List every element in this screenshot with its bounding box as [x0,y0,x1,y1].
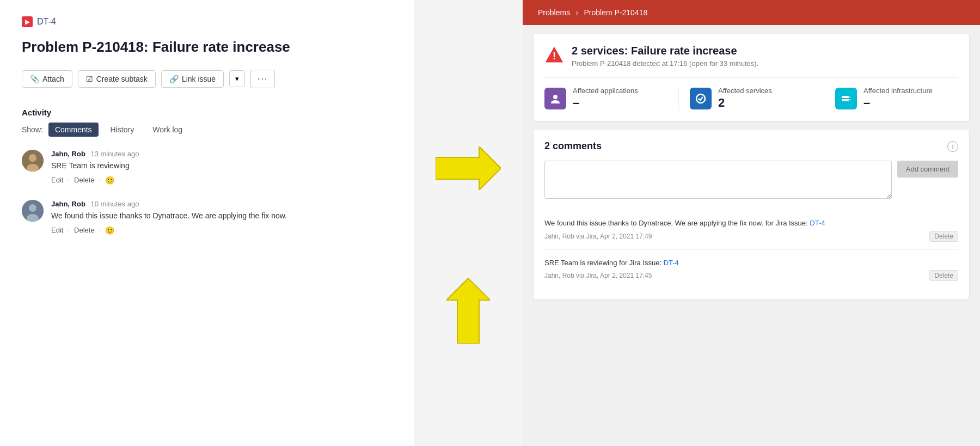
affected-apps-value: – [573,96,638,110]
svg-point-15 [849,99,850,101]
problem-subtitle: Problem P-210418 detected at 17:16 (open… [572,59,758,68]
affected-apps-icon [544,88,566,109]
up-arrow [446,278,490,346]
affected-infra-label: Affected infrastructure [863,87,933,95]
arrows-container [414,0,523,446]
chevron-button[interactable]: ▾ [229,70,245,87]
delete-link-2[interactable]: Delete [74,226,95,234]
right-arrow [436,146,501,192]
emoji-icon-2[interactable]: 🙂 [105,226,114,235]
comment-author-2: Jahn, Rob [51,200,85,208]
svg-text:!: ! [553,51,556,62]
affected-infra-icon [835,88,857,109]
problem-title-right: 2 services: Failure rate increase [572,45,758,57]
attach-icon: 📎 [30,75,39,83]
comment-time-2: 10 minutes ago [90,200,139,208]
avatar-2 [22,200,44,222]
affected-services-label: Affected services [718,87,772,95]
link-icon: 🔗 [169,75,179,83]
svg-point-10 [553,95,558,99]
emoji-icon-1[interactable]: 🙂 [105,176,114,185]
breadcrumb-separator: › [575,8,578,17]
affected-services-value: 2 [718,96,772,110]
dc-delete-2[interactable]: Delete [929,270,958,281]
right-panel: Problems › Problem P-210418 ! 2 services… [523,0,980,446]
breadcrumb-current: Problem P-210418 [579,8,652,17]
issue-icon: ▶ [22,16,33,27]
comment-body-2: Jahn, Rob 10 minutes ago We found this i… [51,200,392,235]
warning-icon: ! [544,46,564,65]
link-issue-button[interactable]: 🔗 Link issue [161,70,224,88]
affected-row: Affected applications – Affected service… [544,77,958,110]
comments-header: 2 comments i [544,140,958,152]
delete-link-1[interactable]: Delete [74,176,95,184]
issue-id-bar: ▶ DT-4 [22,16,392,27]
dynatrace-comment-2: SRE Team is reviewing for Jira Issue: DT… [544,249,958,289]
dc-meta-1: Jahn, Rob via Jira, Apr 2, 2021 17:49 De… [544,231,958,242]
problem-card: ! 2 services: Failure rate increase Prob… [534,34,969,121]
affected-infra-value: – [863,96,933,110]
right-content: ! 2 services: Failure rate increase Prob… [523,25,980,308]
edit-link-2[interactable]: Edit [51,226,63,234]
subtask-icon: ☑ [86,75,93,83]
action-bar: 📎 Attach ☑ Create subtask 🔗 Link issue ▾… [22,70,392,88]
affected-applications: Affected applications – [544,87,679,110]
comment-item-2: Jahn, Rob 10 minutes ago We found this i… [22,200,392,235]
comment-meta-2: Jahn, Rob 10 minutes ago [51,200,392,208]
dc-meta-2: Jahn, Rob via Jira, Apr 2, 2021 17:45 De… [544,270,958,281]
dc-link-1[interactable]: DT-4 [810,219,825,227]
add-comment-button[interactable]: Add comment [897,161,958,178]
edit-link-1[interactable]: Edit [51,176,63,184]
affected-services-icon [690,88,712,109]
comment-time-1: 13 minutes ago [90,150,139,158]
dc-text-2: SRE Team is reviewing for Jira Issue: DT… [544,258,958,268]
dc-link-2[interactable]: DT-4 [664,259,679,267]
dc-meta-text-1: Jahn, Rob via Jira, Apr 2, 2021 17:49 [544,233,652,240]
comment-author-1: Jahn, Rob [51,150,85,158]
problem-header: ! 2 services: Failure rate increase Prob… [544,45,958,68]
show-bar: Show: Comments History Work log [22,123,392,137]
comment-text-2: We found this issue thanks to Dynatrace.… [51,210,392,222]
breadcrumb-bar: Problems › Problem P-210418 [523,0,980,25]
comment-meta-1: Jahn, Rob 13 minutes ago [51,150,392,158]
affected-infra-info: Affected infrastructure – [863,87,933,110]
left-panel: ▶ DT-4 Problem P-210418: Failure rate in… [0,0,414,446]
issue-id: DT-4 [37,17,56,27]
more-button[interactable]: ··· [250,70,275,88]
dc-meta-text-2: Jahn, Rob via Jira, Apr 2, 2021 17:45 [544,272,652,279]
info-icon[interactable]: i [947,141,958,152]
comment-textarea[interactable] [544,161,892,199]
comments-count: 2 comments [544,140,602,152]
svg-marker-6 [436,146,501,190]
comment-input-row: Add comment [544,161,958,199]
create-subtask-button[interactable]: ☑ Create subtask [78,70,156,88]
tab-comments[interactable]: Comments [48,123,99,137]
svg-point-1 [29,154,36,162]
problem-info: 2 services: Failure rate increase Proble… [572,45,758,68]
comments-card: 2 comments i Add comment We found this i… [534,130,969,300]
svg-point-14 [849,96,850,97]
svg-point-4 [29,204,36,212]
affected-apps-info: Affected applications – [573,87,638,110]
affected-infrastructure: Affected infrastructure – [835,87,958,110]
tab-history[interactable]: History [104,123,141,137]
show-label: Show: [22,125,43,134]
issue-title: Problem P-210418: Failure rate increase [22,38,392,57]
affected-services-info: Affected services 2 [718,87,772,110]
comment-item-1: Jahn, Rob 13 minutes ago SRE Team is rev… [22,150,392,185]
dc-text-1: We found this issue thanks to Dynatrace.… [544,218,958,229]
comment-text-1: SRE Team is reviewing [51,160,392,172]
activity-section: Activity Show: Comments History Work log [22,108,392,137]
comment-actions-1: Edit · Delete · 🙂 [51,176,392,185]
comment-actions-2: Edit · Delete · 🙂 [51,226,392,235]
attach-button[interactable]: 📎 Attach [22,70,72,88]
affected-services: Affected services 2 [690,87,824,110]
breadcrumb-parent[interactable]: Problems [534,8,574,17]
avatar-1 [22,150,44,172]
comment-body-1: Jahn, Rob 13 minutes ago SRE Team is rev… [51,150,392,185]
dc-delete-1[interactable]: Delete [929,231,958,242]
activity-label: Activity [22,108,392,117]
svg-marker-7 [446,278,490,344]
dynatrace-comment-1: We found this issue thanks to Dynatrace.… [544,210,958,249]
tab-worklog[interactable]: Work log [146,123,189,137]
